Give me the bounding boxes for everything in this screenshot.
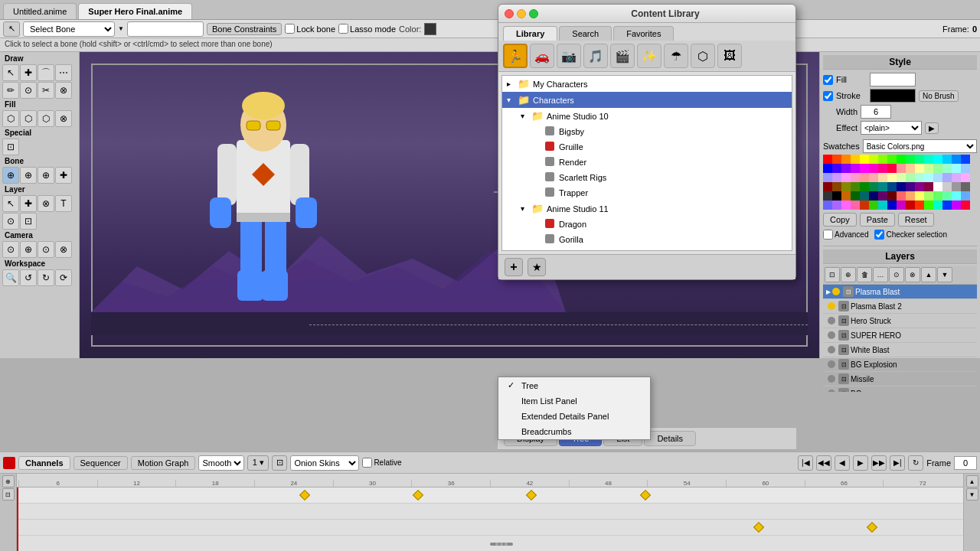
tab-superhero[interactable]: Super Hero Final.anime bbox=[78, 3, 192, 19]
camera-tool-btn[interactable]: ⊕ bbox=[20, 241, 37, 258]
swatch[interactable] bbox=[933, 182, 942, 191]
swatch[interactable] bbox=[832, 191, 841, 201]
layer-item[interactable]: ⊡ White Blast bbox=[823, 343, 977, 357]
swatch[interactable] bbox=[860, 201, 869, 210]
swatch[interactable] bbox=[961, 191, 970, 201]
swatch[interactable] bbox=[860, 164, 869, 173]
dialog-close-btn[interactable] bbox=[505, 9, 514, 18]
swatch[interactable] bbox=[841, 155, 851, 164]
swatch[interactable] bbox=[851, 155, 860, 164]
layer-tool-btn[interactable]: ↖ bbox=[2, 195, 19, 212]
layer-item[interactable]: ⊡ SUPER HERO bbox=[823, 328, 977, 343]
tree-item[interactable]: ▾📁Anime Studio 11 bbox=[502, 201, 792, 217]
swatch[interactable] bbox=[933, 173, 942, 182]
color-swatch[interactable] bbox=[424, 23, 436, 35]
camera-tool-btn[interactable]: ⊙ bbox=[2, 241, 19, 258]
swatch[interactable] bbox=[906, 191, 915, 201]
details-btn[interactable]: Details bbox=[644, 431, 696, 446]
stroke-checkbox[interactable] bbox=[823, 91, 833, 101]
image-icon-btn[interactable]: 🖼 bbox=[717, 44, 742, 68]
swatch[interactable] bbox=[961, 173, 970, 182]
tl-icon-btn[interactable]: ⊡ bbox=[272, 455, 287, 471]
layer-item[interactable]: ⊡ BG Explosion bbox=[823, 357, 977, 372]
swatch[interactable] bbox=[869, 164, 878, 173]
tool-btn[interactable]: ⌒ bbox=[38, 64, 54, 81]
tool-btn[interactable]: ⊡ bbox=[2, 139, 19, 155]
swatch[interactable] bbox=[869, 201, 878, 210]
motion-graph-tab[interactable]: Motion Graph bbox=[131, 456, 196, 470]
swatch[interactable] bbox=[942, 182, 952, 191]
layer-tool-btn[interactable]: T bbox=[55, 195, 72, 212]
tl-right-btn[interactable]: ▲ bbox=[966, 475, 978, 487]
timeline-row[interactable] bbox=[17, 520, 963, 536]
layer-tb-btn[interactable]: 🗑 bbox=[857, 267, 872, 282]
tree-item[interactable]: Scarlett Rigs bbox=[502, 170, 792, 185]
prop-icon-btn[interactable]: ☂ bbox=[664, 44, 688, 68]
camera-tool-btn[interactable]: ⊙ bbox=[38, 241, 54, 258]
channels-tab[interactable]: Channels bbox=[18, 456, 70, 470]
context-item-extended[interactable]: Extended Details Panel bbox=[498, 409, 650, 424]
swatch[interactable] bbox=[942, 201, 952, 210]
tl-left-btn[interactable]: ⊕ bbox=[2, 475, 15, 487]
loop-btn[interactable]: ↻ bbox=[908, 455, 923, 471]
timeline-row[interactable] bbox=[17, 504, 963, 520]
swatch[interactable] bbox=[915, 155, 924, 164]
swatch[interactable] bbox=[823, 164, 832, 173]
workspace-tool-btn[interactable]: ⟳ bbox=[55, 269, 72, 286]
swatch[interactable] bbox=[851, 164, 860, 173]
swatch[interactable] bbox=[878, 191, 887, 201]
bone-tool-btn[interactable]: ⊕ bbox=[2, 167, 19, 184]
timeline-row[interactable] bbox=[17, 536, 963, 551]
favorites-tab[interactable]: Favorites bbox=[613, 26, 674, 41]
swatch[interactable] bbox=[832, 182, 841, 191]
swatch[interactable] bbox=[961, 182, 970, 191]
tool-btn[interactable]: ⬡ bbox=[20, 110, 37, 127]
swatch[interactable] bbox=[851, 201, 860, 210]
swatch[interactable] bbox=[887, 182, 897, 191]
swatch[interactable] bbox=[952, 182, 961, 191]
swatches-select[interactable]: Basic Colors.png bbox=[863, 139, 977, 153]
swatch[interactable] bbox=[906, 182, 915, 191]
tree-item[interactable]: Dragon bbox=[502, 217, 792, 232]
tl-left-btn[interactable]: ⊡ bbox=[2, 488, 15, 500]
swatch[interactable] bbox=[915, 182, 924, 191]
favorite-btn[interactable]: ★ bbox=[528, 258, 546, 276]
swatch[interactable] bbox=[924, 164, 933, 173]
swatch[interactable] bbox=[952, 155, 961, 164]
bone-tool-btn[interactable]: ⊕ bbox=[38, 167, 54, 184]
tab-untitled[interactable]: Untitled.anime bbox=[3, 3, 77, 19]
swatch[interactable] bbox=[878, 201, 887, 210]
swatch[interactable] bbox=[942, 173, 952, 182]
swatch[interactable] bbox=[915, 191, 924, 201]
swatch[interactable] bbox=[924, 201, 933, 210]
tree-item[interactable]: Render bbox=[502, 155, 792, 170]
swatch[interactable] bbox=[924, 173, 933, 182]
swatch[interactable] bbox=[860, 182, 869, 191]
tree-item[interactable]: ▾📁Characters bbox=[502, 92, 792, 108]
tool-btn[interactable]: ⊙ bbox=[20, 82, 37, 99]
layer-tb-btn[interactable]: ⊕ bbox=[841, 267, 856, 282]
tree-item[interactable]: Bigsby bbox=[502, 124, 792, 139]
swatch[interactable] bbox=[887, 191, 897, 201]
bone-tool-btn[interactable]: ⊕ bbox=[20, 167, 37, 184]
camera-tool-btn[interactable]: ⊗ bbox=[55, 241, 72, 258]
swatch[interactable] bbox=[887, 173, 897, 182]
swatch[interactable] bbox=[841, 191, 851, 201]
swatch[interactable] bbox=[860, 191, 869, 201]
swatch[interactable] bbox=[887, 201, 897, 210]
tree-item[interactable]: Gorilla bbox=[502, 232, 792, 247]
search-tab[interactable]: Search bbox=[559, 26, 612, 41]
swatch[interactable] bbox=[924, 182, 933, 191]
library-tab[interactable]: Library bbox=[503, 26, 557, 41]
layer-tb-btn[interactable]: ▼ bbox=[937, 267, 952, 282]
dialog-max-btn[interactable] bbox=[529, 9, 538, 18]
tree-item[interactable]: ▾📁Anime Studio 10 bbox=[502, 108, 792, 124]
swatch[interactable] bbox=[878, 182, 887, 191]
vehicle-icon-btn[interactable]: 🚗 bbox=[530, 44, 554, 68]
swatch[interactable] bbox=[869, 173, 878, 182]
workspace-tool-btn[interactable]: ↺ bbox=[20, 269, 37, 286]
swatch[interactable] bbox=[933, 164, 942, 173]
layer-item[interactable]: ⊡ Missile bbox=[823, 372, 977, 386]
play-back-btn[interactable]: ◀ bbox=[835, 455, 850, 471]
reset-btn[interactable]: Reset bbox=[898, 213, 934, 227]
